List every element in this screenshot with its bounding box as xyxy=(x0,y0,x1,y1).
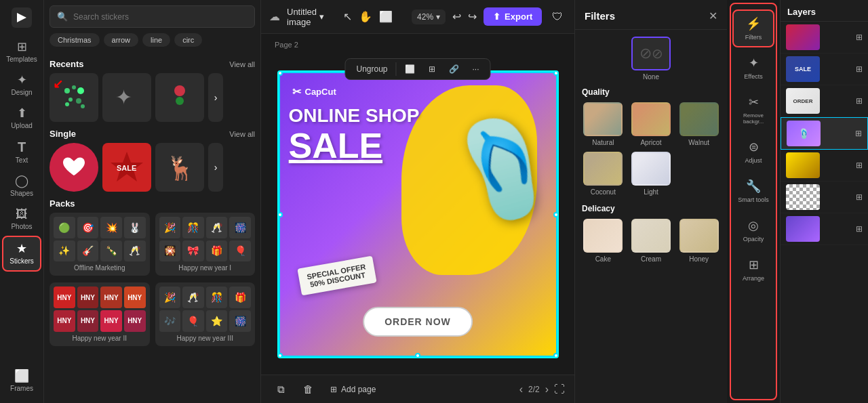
tool-adjust[interactable]: ⊜ Adjust xyxy=(732,133,774,171)
tag-arrow[interactable]: arrow xyxy=(104,33,139,47)
tag-line[interactable]: line xyxy=(142,33,170,47)
tool-remove-bg[interactable]: ✂ Remove backgr... xyxy=(732,88,774,131)
handle-tr[interactable] xyxy=(553,70,559,76)
sidebar-item-stickers[interactable]: ★ Stickers xyxy=(2,236,41,272)
single-sticker-reindeer[interactable]: 🦌 xyxy=(155,143,204,192)
tool-smart[interactable]: 🔧 Smart tools xyxy=(732,172,774,210)
canvas-toolbar: Ungroup ⬜ ⊞ 🔗 ··· xyxy=(344,58,490,80)
select-tool-btn[interactable]: ↖ xyxy=(343,7,352,27)
fullscreen-btn[interactable]: ⛶ xyxy=(554,383,565,396)
redo-btn[interactable]: ↪ xyxy=(468,7,477,27)
filter-item-d2[interactable]: Cream xyxy=(630,219,673,263)
layer-item-7[interactable]: ⊞ xyxy=(781,213,868,245)
sidebar-item-shapes[interactable]: ◯ Shapes xyxy=(2,169,41,203)
pack-happy-new-year[interactable]: 🎉 🎊 🥂 🎆 🎇 🎀 🎁 🎈 Happy new year I xyxy=(155,213,256,276)
handle-bl[interactable] xyxy=(277,353,283,358)
zoom-control[interactable]: 42% ▾ xyxy=(412,9,446,24)
tool-opacity[interactable]: ◎ Opacity xyxy=(732,211,774,249)
single-sticker-sale[interactable]: SALE xyxy=(102,143,151,192)
hand-tool-btn[interactable]: ✋ xyxy=(359,7,372,27)
add-page-btn[interactable]: ⊞ Add page xyxy=(325,382,381,397)
tool-arrange[interactable]: ⊞ Arrange xyxy=(732,251,774,289)
filter-item-d1[interactable]: Cake xyxy=(582,219,625,263)
sidebar-label-upload: Upload xyxy=(11,122,33,129)
prev-page-btn[interactable]: ‹ xyxy=(519,383,523,396)
recents-nav-arrow[interactable]: › xyxy=(208,73,223,122)
layer-item-6[interactable]: ⊞ xyxy=(781,182,868,213)
layer-item-1[interactable]: ⊞ xyxy=(781,22,868,54)
document-title[interactable]: Untitled image ▾ xyxy=(287,7,324,27)
link-btn[interactable]: 🔗 xyxy=(443,62,465,77)
filter-item-d3[interactable]: Honey xyxy=(677,219,720,263)
filter-item-walnut[interactable]: Walnut xyxy=(677,102,720,146)
order-now-text: ORDER NOW xyxy=(384,316,451,327)
more-options-btn[interactable]: ··· xyxy=(467,62,485,77)
recent-sticker-3[interactable] xyxy=(155,73,204,122)
align-btn[interactable]: ⊞ xyxy=(423,62,441,77)
sidebar-item-templates[interactable]: ⊞ Templates xyxy=(2,35,41,68)
filter-item-natural[interactable]: Natural xyxy=(582,102,625,146)
filter-item-coconut[interactable]: Coconut xyxy=(582,152,625,196)
recents-view-all[interactable]: View all xyxy=(229,60,255,68)
adjust-tool-icon: ⊜ xyxy=(749,140,759,154)
sidebar-item-photos[interactable]: 🖼 Photos xyxy=(2,203,41,236)
tag-circ[interactable]: circ xyxy=(174,33,202,47)
layer-expand-1: ⊞ xyxy=(856,33,863,42)
handle-tl[interactable] xyxy=(277,70,283,76)
undo-btn[interactable]: ↩ xyxy=(452,7,461,27)
svg-point-4 xyxy=(68,98,73,102)
tool-effects[interactable]: ✦ Effects xyxy=(732,49,774,87)
filter-label-d2: Cream xyxy=(641,255,661,263)
sidebar-item-design[interactable]: ✦ Design xyxy=(2,68,41,102)
export-button[interactable]: ⬆ Export xyxy=(484,7,542,26)
shield-icon[interactable]: 🛡 xyxy=(547,7,568,27)
layer-item-4[interactable]: 🩴 ⊞ xyxy=(781,117,868,150)
sidebar-item-frames[interactable]: ⬜ Frames xyxy=(2,364,41,398)
pack-cell: 🟢 xyxy=(54,217,75,238)
handle-ml[interactable] xyxy=(277,212,283,217)
delete-page-btn[interactable]: 🗑 xyxy=(298,379,318,400)
recents-title: Recents xyxy=(50,59,84,69)
svg-point-10 xyxy=(176,97,184,105)
ungroup-btn[interactable]: Ungroup xyxy=(351,62,393,77)
search-input[interactable] xyxy=(73,12,248,22)
pack-cell: 🥂 xyxy=(206,217,228,238)
tag-christmas[interactable]: Christmas xyxy=(50,33,100,47)
app-logo[interactable] xyxy=(9,5,34,30)
sidebar-item-text[interactable]: T Text xyxy=(2,135,41,169)
layer-item-2[interactable]: SALE ⊞ xyxy=(781,54,868,85)
tool-filters[interactable]: ⚡ Filters xyxy=(732,9,774,47)
single-view-all[interactable]: View all xyxy=(229,130,255,138)
search-bar[interactable]: 🔍 xyxy=(50,5,255,28)
pack-extra-2[interactable]: 🎉 🥂 🎊 🎁 🎶 🎈 ⭐ 🎆 Happy new year III xyxy=(155,282,256,345)
single-nav-arrow[interactable]: › xyxy=(208,143,223,192)
pack-cell: 🎉 xyxy=(159,287,181,308)
layer-thumb-7 xyxy=(786,216,820,242)
filter-item-none[interactable]: ⊘ None xyxy=(582,37,720,81)
handle-bc[interactable] xyxy=(415,353,420,358)
help-icon[interactable]: ? xyxy=(573,7,574,27)
handle-br[interactable] xyxy=(553,353,559,358)
layer-item-5[interactable]: ⊞ xyxy=(781,150,868,182)
copy-page-btn[interactable]: ⧉ xyxy=(271,379,291,400)
filter-item-apricot[interactable]: Apricot xyxy=(630,102,673,146)
remove-bg-tool-icon: ✂ xyxy=(749,95,759,110)
recent-sticker-2[interactable]: ✦ xyxy=(102,73,151,122)
filter-item-light[interactable]: Light xyxy=(630,152,673,196)
frame-tool-btn[interactable]: ⬜ xyxy=(379,7,393,27)
pack-offline-name: Offline Marketing xyxy=(54,264,146,272)
upload-icon: ⬆ xyxy=(17,107,27,119)
crop-btn[interactable]: ⬜ xyxy=(399,62,420,77)
title-text: Untitled image xyxy=(287,7,317,27)
rotate-handle[interactable]: ↻ xyxy=(414,358,422,358)
layer-item-3[interactable]: ORDER ⊞ xyxy=(781,85,868,117)
design-canvas[interactable]: ✂ CapCut ONLINE SHOP SALE 🩴 SPECIAL OFFE… xyxy=(277,70,559,358)
recent-sticker-1[interactable]: ↙ xyxy=(50,73,98,122)
pack-extra-1[interactable]: HNY HNY HNY HNY HNY HNY HNY HNY Happy ne… xyxy=(50,282,150,345)
main-area: ☁ Untitled image ▾ ↖ ✋ ⬜ 42% ▾ ↩ ↪ ⬆ Exp… xyxy=(261,0,574,403)
single-sticker-heart[interactable] xyxy=(50,143,98,192)
filters-close-btn[interactable]: ✕ xyxy=(709,9,717,22)
sidebar-item-upload[interactable]: ⬆ Upload xyxy=(2,102,41,135)
next-page-btn[interactable]: › xyxy=(545,383,549,396)
pack-offline-marketing[interactable]: 🟢 🎯 💥 🐰 ✨ 🎸 🍾 🥂 Offline Marketing xyxy=(50,213,150,276)
